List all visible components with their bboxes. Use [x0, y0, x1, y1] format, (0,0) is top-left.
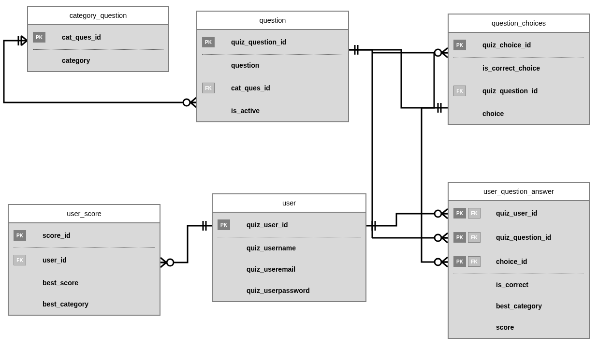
entity-user-question-answer: user_question_answer PK FK quiz_user_id … — [448, 182, 590, 339]
svg-point-4 — [183, 99, 190, 106]
entity-title: category_question — [28, 7, 168, 25]
attr-row: category — [28, 50, 168, 71]
entity-question-choices: question_choices PK quiz_choice_id is_co… — [448, 14, 590, 125]
attr-row-fk: FK quiz_question_id — [449, 79, 589, 103]
attr-label: quiz_question_id — [496, 233, 551, 241]
attr-label: best_score — [43, 279, 78, 287]
fk-badge: FK — [468, 208, 481, 218]
entity-user: user PK quiz_user_id quiz_username quiz_… — [212, 193, 366, 302]
attr-label: is_correct_choice — [482, 64, 540, 72]
attr-label: question — [231, 61, 259, 69]
attr-row-pk-fk: PK FK quiz_question_id — [449, 225, 589, 249]
attr-row: quiz_userpassword — [213, 280, 365, 301]
attr-row: is_correct_choice — [449, 58, 589, 79]
svg-line-34 — [160, 262, 166, 267]
attr-row-pk-fk: PK FK choice_id — [449, 249, 589, 274]
attr-row: best_category — [449, 295, 589, 317]
attr-row: quiz_useremail — [213, 259, 365, 280]
svg-point-10 — [435, 49, 441, 56]
svg-point-20 — [435, 259, 441, 265]
svg-line-12 — [442, 53, 448, 58]
entity-category-question: category_question PK cat_ques_id categor… — [27, 6, 169, 72]
attr-row: best_category — [9, 293, 160, 315]
attr-label: cat_ques_id — [231, 84, 270, 92]
attr-row-pk: PK score_id — [9, 223, 160, 248]
fk-badge: FK — [453, 86, 466, 96]
pk-badge: PK — [14, 230, 26, 241]
attr-row-pk: PK quiz_choice_id — [449, 33, 589, 57]
svg-line-5 — [190, 98, 196, 102]
svg-point-26 — [435, 210, 441, 217]
attr-label: quiz_question_id — [231, 38, 286, 46]
svg-line-16 — [442, 238, 448, 243]
pk-badge: PK — [453, 40, 466, 50]
attr-label: choice_id — [496, 258, 527, 265]
fk-badge: FK — [14, 255, 26, 265]
attr-label: quiz_user_id — [247, 221, 288, 229]
attr-row: score — [449, 317, 589, 338]
svg-line-1 — [21, 41, 27, 45]
attr-row: quiz_username — [213, 237, 365, 259]
attr-label: cat_ques_id — [62, 33, 101, 41]
pk-badge: PK — [453, 232, 466, 243]
attr-label: best_category — [43, 300, 88, 308]
attr-label: category — [62, 57, 90, 64]
entity-title: user — [213, 194, 365, 213]
attr-row: is_correct — [449, 274, 589, 295]
attr-label: score_id — [43, 232, 71, 239]
pk-badge: PK — [453, 208, 466, 218]
pk-badge: PK — [218, 219, 230, 230]
pk-badge: PK — [202, 37, 215, 47]
pk-badge: PK — [33, 32, 45, 43]
attr-label: is_active — [231, 107, 260, 115]
attr-row-fk: FK cat_ques_id — [197, 76, 348, 100]
svg-line-6 — [190, 102, 196, 107]
attr-label: quiz_choice_id — [482, 41, 531, 49]
attr-row-fk: FK user_id — [9, 248, 160, 272]
svg-line-0 — [21, 36, 27, 41]
entity-title: user_question_answer — [449, 183, 589, 201]
attr-row-pk-fk: PK FK quiz_user_id — [449, 201, 589, 225]
fk-badge: FK — [468, 232, 481, 243]
svg-point-14 — [435, 234, 441, 241]
attr-row-pk: PK cat_ques_id — [28, 25, 168, 49]
attr-label: quiz_useremail — [247, 265, 295, 273]
svg-line-27 — [442, 209, 448, 214]
attr-row: choice — [449, 103, 589, 124]
svg-line-21 — [442, 257, 448, 262]
attr-label: choice — [482, 110, 504, 117]
entity-title: question_choices — [449, 15, 589, 33]
attr-label: user_id — [43, 256, 67, 264]
attr-label: is_correct — [496, 281, 528, 289]
attr-row: question — [197, 55, 348, 76]
attr-label: best_category — [496, 302, 542, 310]
svg-line-11 — [442, 48, 448, 53]
entity-question: question PK quiz_question_id question FK… — [196, 11, 349, 122]
svg-point-32 — [167, 259, 174, 266]
entity-title: user_score — [9, 205, 160, 223]
attr-label: quiz_userpassword — [247, 287, 310, 294]
attr-row-pk: PK quiz_question_id — [197, 30, 348, 54]
svg-line-22 — [442, 262, 448, 267]
fk-badge: FK — [202, 83, 215, 93]
pk-badge: PK — [453, 256, 466, 267]
svg-line-15 — [442, 233, 448, 238]
svg-line-33 — [160, 258, 166, 262]
entity-title: question — [197, 12, 348, 30]
attr-label: quiz_user_id — [496, 209, 538, 217]
fk-badge: FK — [468, 256, 481, 267]
attr-row: is_active — [197, 100, 348, 121]
attr-row-pk: PK quiz_user_id — [213, 213, 365, 237]
entity-user-score: user_score PK score_id FK user_id best_s… — [8, 204, 160, 316]
attr-label: quiz_question_id — [482, 87, 538, 95]
attr-row: best_score — [9, 272, 160, 293]
attr-label: score — [496, 323, 514, 331]
attr-label: quiz_username — [247, 244, 296, 252]
svg-line-28 — [442, 214, 448, 218]
